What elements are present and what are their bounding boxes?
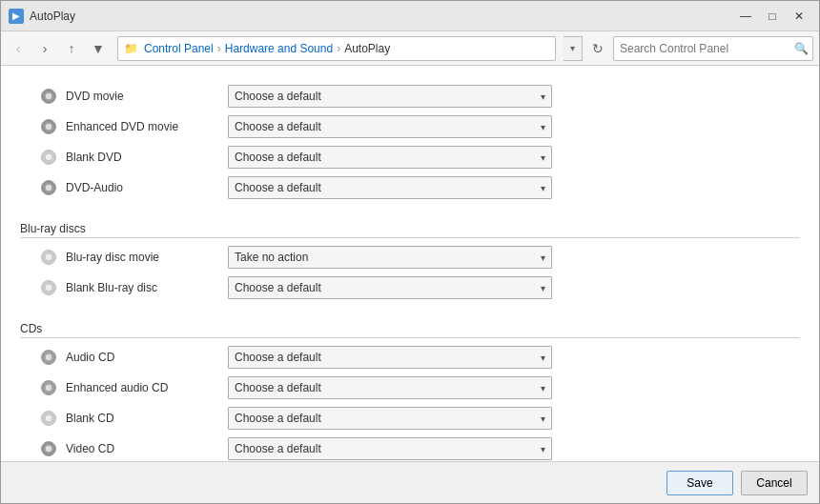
enhanced-audio-cd-value: Choose a default [235, 381, 321, 394]
dvd-audio-dropdown[interactable]: Choose a default ▾ [228, 176, 552, 199]
blank-bluray-dropdown[interactable]: Choose a default ▾ [228, 276, 552, 299]
dvd-movie-label: DVD movie [66, 90, 218, 103]
enhanced-dvd-arrow: ▾ [541, 122, 545, 132]
dvd-movie-arrow: ▾ [541, 91, 545, 102]
blank-bluray-icon [39, 278, 58, 297]
blank-dvd-arrow: ▾ [541, 152, 545, 163]
minimize-button[interactable]: — [733, 4, 758, 29]
list-item: DVD movie Choose a default ▾ [20, 83, 800, 110]
list-item: Video CD Choose a default ▾ [20, 435, 800, 461]
content-area: DVD movie Choose a default ▾ Enhanced DV… [1, 66, 819, 461]
audio-cd-arrow: ▾ [541, 353, 545, 363]
dvd-movie-dropdown[interactable]: Choose a default ▾ [228, 85, 552, 108]
enhanced-dvd-dropdown[interactable]: Choose a default ▾ [228, 115, 552, 138]
audio-cd-dropdown[interactable]: Choose a default ▾ [228, 346, 552, 369]
dvd-movie-value: Choose a default [235, 90, 321, 103]
blank-bluray-arrow: ▾ [541, 283, 545, 293]
forward-button[interactable]: › [33, 37, 56, 60]
list-item: DVD-Audio Choose a default ▾ [20, 174, 800, 201]
maximize-button[interactable]: □ [760, 4, 785, 29]
window-icon: ▶ [9, 9, 24, 24]
enhanced-dvd-value: Choose a default [235, 120, 321, 133]
window-title: AutoPlay [30, 10, 733, 23]
nav-bar: ‹ › ↑ ▼ 📁 Control Panel › Hardware and S… [1, 31, 819, 66]
list-item: Enhanced DVD movie Choose a default ▾ [20, 113, 800, 140]
video-cd-label: Video CD [66, 442, 218, 455]
window-controls: — □ ✕ [733, 4, 811, 29]
blank-bluray-value: Choose a default [235, 281, 321, 294]
breadcrumb-sep-1: › [217, 42, 221, 55]
breadcrumb-dropdown-button[interactable]: ▾ [564, 36, 583, 61]
enhanced-dvd-label: Enhanced DVD movie [66, 120, 218, 133]
breadcrumb-folder-icon: 📁 [124, 42, 138, 55]
autoplay-window: ▶ AutoPlay — □ ✕ ‹ › ↑ ▼ 📁 Control Panel… [0, 0, 820, 504]
bluray-section-header: Blu-ray discs [20, 222, 800, 238]
audio-cd-icon [39, 348, 58, 367]
cancel-button[interactable]: Cancel [741, 471, 808, 495]
video-cd-dropdown[interactable]: Choose a default ▾ [228, 437, 552, 460]
blank-dvd-icon [39, 148, 58, 167]
enhanced-dvd-icon [39, 117, 58, 136]
bluray-movie-arrow: ▾ [541, 252, 545, 263]
dvd-audio-icon [39, 178, 58, 197]
bluray-movie-dropdown[interactable]: Take no action ▾ [228, 246, 552, 269]
dvd-movie-icon [39, 87, 58, 106]
blank-dvd-label: Blank DVD [66, 151, 218, 164]
list-item: Blu-ray disc movie Take no action ▾ [20, 244, 800, 271]
blank-dvd-dropdown[interactable]: Choose a default ▾ [228, 146, 552, 169]
dvd-audio-arrow: ▾ [541, 183, 545, 193]
blank-cd-dropdown[interactable]: Choose a default ▾ [228, 407, 552, 430]
enhanced-audio-cd-arrow: ▾ [541, 383, 545, 393]
list-item: Blank DVD Choose a default ▾ [20, 144, 800, 171]
video-cd-arrow: ▾ [541, 444, 545, 454]
back-button[interactable]: ‹ [7, 37, 30, 60]
blank-cd-arrow: ▾ [541, 413, 545, 424]
search-icon: 🔍 [789, 37, 812, 60]
audio-cd-value: Choose a default [235, 351, 321, 364]
video-cd-value: Choose a default [235, 442, 321, 455]
list-item: Blank Blu-ray disc Choose a default ▾ [20, 274, 800, 301]
blank-bluray-label: Blank Blu-ray disc [66, 281, 218, 294]
breadcrumb-bar: 📁 Control Panel › Hardware and Sound › A… [117, 36, 556, 61]
blank-cd-label: Blank CD [66, 412, 218, 425]
breadcrumb-hardware-sound[interactable]: Hardware and Sound [225, 42, 333, 55]
blank-dvd-value: Choose a default [235, 151, 321, 164]
main-content: DVD movie Choose a default ▾ Enhanced DV… [1, 66, 819, 461]
dvd-audio-value: Choose a default [235, 181, 321, 194]
title-bar: ▶ AutoPlay — □ ✕ [1, 1, 819, 31]
breadcrumb-control-panel[interactable]: Control Panel [144, 42, 214, 55]
enhanced-audio-cd-dropdown[interactable]: Choose a default ▾ [228, 376, 552, 399]
blank-cd-value: Choose a default [235, 412, 321, 425]
close-button[interactable]: ✕ [787, 4, 811, 29]
audio-cd-label: Audio CD [66, 351, 218, 364]
search-input[interactable] [614, 42, 789, 55]
bluray-movie-label: Blu-ray disc movie [66, 251, 218, 264]
breadcrumb-sep-2: › [337, 42, 340, 55]
list-item: Audio CD Choose a default ▾ [20, 344, 800, 371]
cd-section-header: CDs [20, 322, 800, 338]
recent-button[interactable]: ▼ [87, 37, 110, 60]
bluray-movie-icon [39, 248, 58, 267]
video-cd-icon [39, 439, 58, 458]
list-item: Blank CD Choose a default ▾ [20, 405, 800, 432]
search-box: 🔍 [613, 36, 813, 61]
bluray-movie-value: Take no action [235, 251, 308, 264]
breadcrumb-autoplay: AutoPlay [344, 42, 390, 55]
dvd-audio-label: DVD-Audio [66, 181, 218, 194]
blank-cd-icon [39, 409, 58, 428]
footer: Save Cancel [1, 461, 819, 503]
list-item: Enhanced audio CD Choose a default ▾ [20, 374, 800, 401]
up-button[interactable]: ↑ [60, 37, 83, 60]
enhanced-audio-cd-label: Enhanced audio CD [66, 381, 218, 394]
enhanced-audio-cd-icon [39, 378, 58, 397]
refresh-button[interactable]: ↻ [586, 37, 609, 60]
save-button[interactable]: Save [666, 471, 733, 495]
